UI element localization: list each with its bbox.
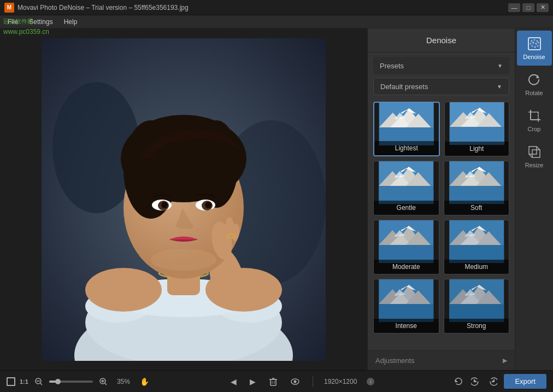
rotate-icon [527,72,542,87]
svg-rect-110 [532,150,540,157]
default-presets-dropdown[interactable]: Default presets ▼ [373,78,509,95]
svg-marker-128 [474,379,477,382]
preset-intense[interactable]: Intense [373,279,439,334]
resolution-text: 1920×1200 [324,378,357,385]
svg-point-101 [534,46,536,48]
svg-point-21 [161,202,168,208]
menu-settings[interactable]: Settings [23,17,58,27]
titlebar-left: M Movavi Photo DeNoise – Trial version –… [4,3,189,13]
tool-rotate[interactable]: Rotate [517,67,552,102]
menu-file[interactable]: File [2,17,23,27]
preset-soft-label: Soft [444,201,509,215]
preset-light[interactable]: Light [444,102,510,156]
svg-line-112 [529,154,532,157]
svg-point-23 [151,249,216,271]
svg-marker-129 [491,379,495,382]
prev-button[interactable]: ◀ [228,375,239,388]
presets-section: Presets ▼ Default presets ▼ [368,52,515,102]
svg-point-94 [533,39,535,41]
zoom-ratio: 1:1 [20,378,28,385]
menu-help[interactable]: Help [58,17,83,27]
svg-rect-109 [529,147,537,154]
minimize-button[interactable]: — [508,3,520,12]
default-presets-label: Default presets [380,83,428,91]
denoise-header-label: Denoise [426,36,456,45]
preset-gentle[interactable]: Gentle [373,161,439,215]
svg-point-99 [537,42,539,44]
default-presets-arrow-icon: ▼ [497,84,502,90]
svg-rect-120 [270,379,276,385]
presets-row-1: Lightest [373,102,509,156]
next-button[interactable]: ▶ [248,375,258,388]
toolbar-center: ◀ ▶ 1920×1200 i [228,375,374,388]
preset-moderate-label: Moderate [374,260,439,274]
presets-label: Presets [380,62,404,70]
canvas-area [0,28,367,370]
preset-strong[interactable]: Strong [444,279,510,334]
tool-rotate-label: Rotate [525,90,543,96]
export-button[interactable]: Export [504,374,546,389]
app-logo: M [4,3,14,13]
zoom-out-button[interactable] [33,376,45,388]
presets-section-header[interactable]: Presets ▼ [373,57,509,74]
forward-button[interactable] [486,375,499,388]
preset-intense-thumb [374,279,439,322]
svg-point-95 [536,40,538,42]
preset-lightest-thumb [374,103,439,145]
toolbar-separator [313,376,313,387]
adjustments-arrow-icon: ▶ [503,357,507,364]
svg-point-93 [531,40,532,42]
presets-row-4: Intense [373,279,509,334]
titlebar: M Movavi Photo DeNoise – Trial version –… [0,0,553,15]
delete-button[interactable] [267,375,280,388]
tool-crop[interactable]: Crop [517,103,552,138]
preset-moderate[interactable]: Moderate [373,220,439,274]
svg-point-97 [532,42,534,44]
presets-row-3: Moderate [373,220,509,274]
presets-grid: Lightest [368,102,515,350]
svg-line-115 [40,383,42,385]
tool-denoise-label: Denoise [523,54,545,60]
preset-strong-label: Strong [444,319,509,333]
portrait-image [42,38,326,361]
svg-point-98 [535,43,537,45]
preset-light-label: Light [445,142,509,156]
menubar: File Settings Help [0,15,553,28]
info-icon[interactable]: i [367,378,374,385]
preset-soft-thumb [444,161,509,204]
preset-lightest-label: Lightest [374,141,439,155]
tool-resize[interactable]: Resize [517,139,552,174]
preset-gentle-thumb [374,161,439,204]
zoom-percent: 35% [114,378,133,385]
svg-point-96 [530,43,531,45]
preset-gentle-label: Gentle [374,201,439,215]
toolbar-left: 1:1 35% ✋ [7,375,151,388]
denoise-panel-header: Denoise [368,28,515,52]
svg-line-119 [105,383,107,385]
svg-marker-127 [455,379,458,382]
svg-point-10 [85,268,162,312]
back-button[interactable] [469,375,482,388]
maximize-button[interactable]: □ [522,3,534,12]
preset-medium[interactable]: Medium [444,220,510,274]
toolbar-right: Export [451,374,546,389]
svg-point-100 [531,45,533,47]
zoom-in-button[interactable] [97,376,109,388]
preview-button[interactable] [289,375,302,388]
adjustments-label: Adjustments [375,356,415,365]
pan-tool-button[interactable]: ✋ [138,375,151,388]
preset-lightest[interactable]: Lightest [373,102,440,156]
denoise-icon [527,36,542,51]
zoom-slider[interactable] [49,381,93,383]
tool-denoise[interactable]: Denoise [517,31,552,66]
close-button[interactable]: ✕ [537,3,549,12]
resize-icon [527,144,542,160]
tools-sidebar: Denoise Rotate [515,28,553,370]
adjustments-section[interactable]: Adjustments ▶ [368,350,515,370]
undo-button[interactable] [451,375,464,388]
svg-point-22 [205,202,211,208]
bottom-toolbar: 1:1 35% ✋ ◀ ▶ 1920×1200 i [0,370,553,392]
crop-icon [527,108,542,124]
preset-soft[interactable]: Soft [444,161,510,215]
preset-moderate-thumb [374,220,439,263]
